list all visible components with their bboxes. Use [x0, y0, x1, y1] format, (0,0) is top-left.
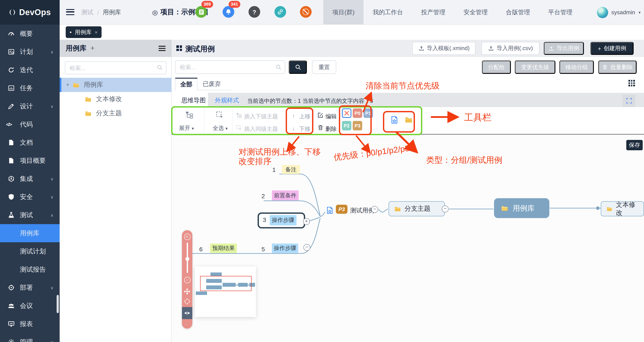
mindmap-node-root[interactable]: 用例库	[494, 198, 549, 218]
collapse-node-minus-icon[interactable]: −	[442, 206, 449, 212]
node-number: 6	[199, 246, 203, 253]
pan-move-icon[interactable]	[184, 288, 190, 295]
eye-icon	[184, 310, 190, 317]
mindmap-node-text-edit[interactable]: 文本修改	[601, 201, 644, 216]
zoom-in-button[interactable]: +	[184, 234, 190, 240]
case-docstar-icon	[326, 206, 334, 215]
collapse-node-minus-icon[interactable]: −	[371, 206, 378, 213]
minimap-toggle[interactable]	[182, 307, 192, 319]
mindmap-node-note[interactable]: 备注	[282, 165, 300, 174]
priority-badge: P3	[336, 205, 348, 214]
node-number: 3	[263, 216, 266, 223]
locate-center-icon[interactable]	[184, 298, 190, 305]
mindmap-node-step-selected[interactable]: 操作步骤	[270, 215, 296, 225]
node-number: 2	[262, 193, 265, 200]
minimap-viewport[interactable]	[200, 276, 252, 291]
minimap[interactable]	[195, 267, 256, 317]
annotation-toolbar: 工具栏	[464, 111, 492, 123]
notification-badge-blue: 341	[229, 1, 240, 8]
folder-icon	[501, 204, 508, 212]
mindmap-lines	[0, 0, 644, 342]
annotation-type: 类型：分组/测试用例	[426, 155, 502, 166]
mindmap-node-precondition[interactable]: 前置条件	[272, 190, 299, 200]
folder-icon	[606, 205, 612, 212]
notification-badge-green: 389	[202, 1, 213, 8]
zoom-control: + −	[182, 230, 192, 329]
expand-node-plus-icon[interactable]: +	[303, 218, 310, 225]
node-number: 1	[272, 166, 276, 173]
folder-icon	[394, 205, 401, 212]
collapse-node-minus-icon[interactable]: −	[304, 244, 310, 251]
annotation-clear-priority: 清除当前节点优先级	[366, 80, 440, 91]
zoom-slider-handle[interactable]	[185, 257, 189, 261]
mindmap-node-expected[interactable]: 预期结果	[210, 244, 237, 253]
zoom-out-button[interactable]: −	[184, 277, 190, 283]
mindmap-node-step[interactable]: 操作步骤	[272, 244, 298, 253]
node-number: 5	[262, 246, 265, 253]
mindmap-node-branch-topic[interactable]: 分支主题	[388, 201, 445, 216]
annotation-move-line2: 改变排序	[238, 156, 272, 167]
save-button[interactable]: 保存	[626, 140, 643, 150]
mindmap-node-testcase[interactable]: 测试用例	[350, 207, 374, 215]
app-root: DevOps 测试 / 用例库 ◎ 项目：示例项目 389 341 ? 项	[0, 0, 644, 342]
